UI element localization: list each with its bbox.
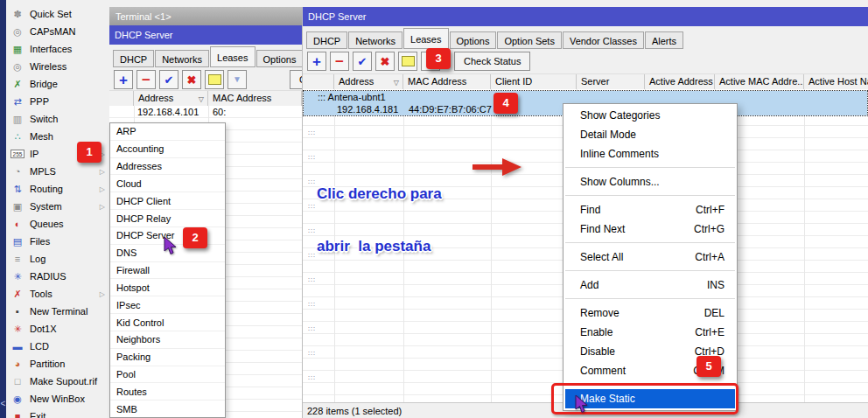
context-menu-item-enable[interactable]: EnableCtrl+E <box>564 323 737 342</box>
submenu-item-dhcp-relay[interactable]: DHCP Relay <box>110 210 225 227</box>
context-menu-item-inline-comments[interactable]: Inline Comments <box>564 144 737 164</box>
terminal-window-titlebar[interactable]: Terminal <1> <box>109 7 302 25</box>
context-menu-item-show-categories[interactable]: Show Categories <box>564 106 737 125</box>
tab-dhcp[interactable]: DHCP <box>113 50 154 67</box>
sidebar-item-routing[interactable]: ⇅Routing▷ <box>6 180 109 198</box>
sidebar-item-radius[interactable]: ✳RADIUS <box>6 268 109 285</box>
column-header-gutter[interactable] <box>304 74 334 89</box>
context-menu-item-select-all[interactable]: Select AllCtrl+A <box>564 247 737 267</box>
column-header-mac[interactable]: MAC Address <box>403 74 491 89</box>
submenu-item-addresses[interactable]: Addresses <box>110 158 225 176</box>
column-header-server[interactable]: Server <box>577 74 645 89</box>
window-titlebar[interactable]: DHCP Server <box>109 25 302 45</box>
enable-button[interactable]: ✔ <box>159 70 178 89</box>
switch-icon: ▥ <box>10 114 24 125</box>
sidebar-item-lcd[interactable]: ▬LCD <box>6 338 109 355</box>
comment-button[interactable] <box>205 70 224 89</box>
comment-marker: ::: <box>308 203 316 210</box>
sidebar-item-label: Routing <box>30 184 63 194</box>
sidebar-item-log[interactable]: ≡Log <box>6 250 109 268</box>
sidebar-item-new-winbox[interactable]: ◉New WinBox <box>6 390 109 408</box>
lease-address[interactable]: 192.168.4.101 <box>137 106 199 118</box>
lease-mac[interactable]: 60: <box>213 106 226 118</box>
tab-vendor-classes[interactable]: Vendor Classes <box>563 31 644 49</box>
submenu-item-packing[interactable]: Packing <box>110 349 225 366</box>
column-label: Address <box>339 76 374 87</box>
tab-networks[interactable]: Networks <box>155 50 209 67</box>
menu-item-label: Detail Mode <box>580 129 636 141</box>
submenu-item-cloud[interactable]: Cloud <box>110 175 225 192</box>
sidebar-item-partition[interactable]: ◕Partition <box>6 355 109 373</box>
sidebar-item-wireless[interactable]: ◎Wireless <box>6 58 109 75</box>
submenu-item-accounting[interactable]: Accounting <box>110 141 225 158</box>
submenu-item-neighbors[interactable]: Neighbors <box>110 331 225 349</box>
remove-button[interactable]: − <box>330 52 349 71</box>
sidebar-item-quick-set[interactable]: ✽Quick Set <box>6 5 109 23</box>
enable-button[interactable]: ✔ <box>353 52 372 71</box>
sidebar-item-exit[interactable]: ■Exit <box>6 408 109 418</box>
context-menu-item-detail-mode[interactable]: Detail Mode <box>564 125 737 144</box>
submenu-item-smb[interactable]: SMB <box>110 401 225 417</box>
tab-options[interactable]: Options <box>256 50 303 67</box>
submenu-item-kid-control[interactable]: Kid Control <box>110 314 225 331</box>
add-button[interactable]: + <box>307 52 326 71</box>
context-menu-item-find[interactable]: FindCtrl+F <box>564 200 737 219</box>
sidebar-item-mpls[interactable]: ◔MPLS▷ <box>6 163 109 180</box>
remove-button[interactable]: − <box>136 70 156 89</box>
context-menu-item-show-columns[interactable]: Show Columns... <box>564 172 737 192</box>
sidebar-item-files[interactable]: ▤Files <box>6 233 109 250</box>
tab-dhcp[interactable]: DHCP <box>306 31 347 49</box>
column-header-address[interactable]: Address▽ <box>334 74 403 89</box>
sidebar-item-switch[interactable]: ▥Switch <box>6 110 109 128</box>
tab-networks[interactable]: Networks <box>348 31 402 49</box>
window-titlebar[interactable]: DHCP Server <box>303 7 868 26</box>
check-status-button[interactable]: Check Status <box>290 70 302 89</box>
column-header-mac[interactable]: MAC Address <box>208 91 302 106</box>
sidebar-item-interfaces[interactable]: ▦Interfaces <box>6 40 109 58</box>
sidebar-item-queues[interactable]: ◐Queues <box>6 215 109 233</box>
tab-options[interactable]: Options <box>450 31 497 49</box>
sidebar-item-capsman[interactable]: ◎CAPsMAN <box>6 23 109 40</box>
disable-button[interactable]: ✖ <box>182 70 201 89</box>
context-menu-item-add[interactable]: AddINS <box>564 275 737 295</box>
context-menu-item-remove[interactable]: RemoveDEL <box>564 303 737 323</box>
submenu-item-hotspot[interactable]: Hotspot <box>110 279 225 296</box>
submenu-item-routes[interactable]: Routes <box>110 383 225 401</box>
queues-icon: ◐ <box>10 219 24 229</box>
comment-button[interactable] <box>398 52 417 71</box>
column-header-active-host[interactable]: Active Host Na... <box>804 74 868 89</box>
sidebar-item-make-supout[interactable]: □Make Supout.rif <box>6 373 109 390</box>
mesh-icon: ∴ <box>10 131 24 143</box>
sidebar-item-bridge[interactable]: ✗Bridge <box>6 75 109 93</box>
tab-leases[interactable]: Leases <box>210 46 255 67</box>
submenu-item-arp[interactable]: ARP <box>110 123 225 141</box>
sidebar-item-ppp[interactable]: ⇄PPP <box>6 93 109 110</box>
submenu-item-ipsec[interactable]: IPsec <box>110 296 225 314</box>
column-header-active-mac[interactable]: Active MAC Addre... <box>715 74 804 89</box>
sidebar-item-tools[interactable]: ✗Tools▷ <box>6 285 109 303</box>
submenu-item-firewall[interactable]: Firewall <box>110 262 225 280</box>
tab-option-sets[interactable]: Option Sets <box>497 31 561 49</box>
check-status-button[interactable]: Check Status <box>454 52 530 71</box>
window-title: DHCP Server <box>115 30 172 40</box>
tab-alerts[interactable]: Alerts <box>645 31 683 49</box>
sidebar-item-system[interactable]: ▣System▷ <box>6 198 109 215</box>
add-button[interactable]: + <box>114 70 133 89</box>
submenu-item-pool[interactable]: Pool <box>110 366 225 384</box>
minus-icon: − <box>142 73 150 87</box>
lease-comment-row[interactable]: ::: Antena-ubnt1 <box>304 91 867 103</box>
column-header-active-address[interactable]: Active Address <box>645 74 715 89</box>
filter-button[interactable]: ▼ <box>228 70 247 89</box>
scroll-left-icon[interactable]: < <box>0 399 6 409</box>
column-header-address[interactable]: Address▽ <box>134 91 208 106</box>
column-header-client-id[interactable]: Client ID <box>491 74 577 89</box>
submenu-item-dhcp-client[interactable]: DHCP Client <box>110 192 225 210</box>
tab-leases[interactable]: Leases <box>403 28 448 49</box>
column-header-gutter[interactable] <box>109 91 134 106</box>
comment-marker: ::: <box>308 154 316 161</box>
sidebar-item-new-terminal[interactable]: ▪New Terminal <box>6 303 109 320</box>
sidebar-item-dot1x[interactable]: ✳Dot1X <box>6 320 109 338</box>
sidebar-item-label: Dot1X <box>30 324 57 334</box>
disable-button[interactable]: ✖ <box>375 52 395 71</box>
context-menu-item-find-next[interactable]: Find NextCtrl+G <box>564 219 737 239</box>
